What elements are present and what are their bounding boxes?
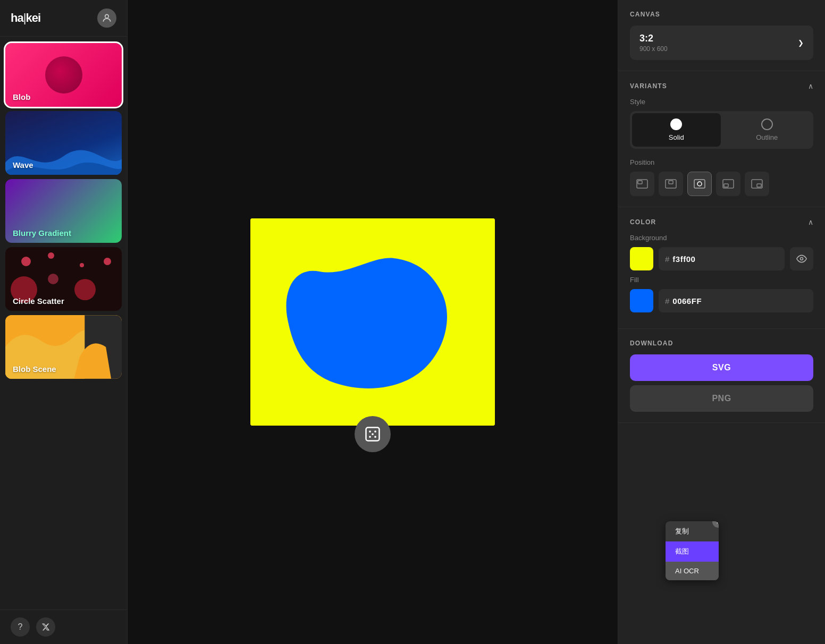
svg-rect-11 [638, 181, 642, 184]
position-bottom-right-icon [751, 179, 763, 189]
chevron-right-icon: ❯ [798, 39, 804, 47]
sidebar-item-circle-scatter[interactable]: Circle Scatter [5, 247, 122, 311]
svg-point-7 [372, 433, 374, 435]
svg-rect-13 [669, 181, 673, 184]
sidebar-item-wave[interactable]: Wave [5, 111, 122, 175]
style-toggle: Solid Outline [630, 111, 813, 149]
main-canvas-area [128, 0, 618, 644]
background-color-row: # [630, 247, 813, 270]
fill-color-row: # [630, 289, 813, 312]
sidebar-footer: ? [0, 609, 127, 644]
position-center-button[interactable] [687, 172, 712, 196]
fill-hex-input[interactable] [672, 296, 807, 306]
canvas-container [250, 218, 495, 426]
svg-rect-17 [724, 184, 728, 187]
sidebar-header: ha|kei [0, 0, 127, 37]
context-menu: ✕ 复制 截图 AI OCR [666, 521, 719, 580]
canvas-ratio-button[interactable]: 3:2 900 x 600 ❯ [630, 26, 813, 60]
position-section: Position [630, 158, 813, 196]
twitter-button[interactable] [36, 617, 55, 637]
ratio-size: 900 x 600 [639, 45, 668, 53]
app-logo: ha|kei [11, 11, 40, 25]
color-section: COLOR ∧ Background # Fill # [618, 207, 825, 329]
svg-point-8 [369, 436, 371, 438]
chevron-up-icon: ∧ [808, 82, 813, 90]
color-section-title: COLOR [630, 218, 656, 226]
sidebar-item-blob-scene[interactable]: Blob Scene [5, 315, 122, 379]
position-top-center-icon [665, 179, 677, 189]
svg-point-20 [801, 258, 803, 260]
position-top-left-button[interactable] [630, 172, 654, 196]
variants-section-title: VARIANTS [630, 82, 667, 90]
style-outline-button[interactable]: Outline [723, 113, 812, 147]
svg-point-15 [697, 182, 702, 186]
avatar-button[interactable] [97, 9, 116, 28]
svg-point-9 [374, 436, 376, 438]
position-center-icon [694, 179, 705, 189]
variants-section-header: VARIANTS ∧ [630, 82, 813, 90]
color-section-header: COLOR ∧ [630, 218, 813, 226]
background-hash-symbol: # [665, 255, 669, 264]
position-grid [630, 172, 813, 196]
style-solid-button[interactable]: Solid [632, 113, 721, 147]
sidebar-item-label: Blob Scene [5, 359, 122, 379]
sidebar-item-label: Wave [5, 155, 122, 175]
position-label: Position [630, 158, 813, 166]
fill-color-swatch[interactable] [630, 289, 653, 312]
right-panel: CANVAS 3:2 900 x 600 ❯ VARIANTS ∧ Style … [618, 0, 825, 644]
canvas-section: CANVAS 3:2 900 x 600 ❯ [618, 0, 825, 71]
svg-point-5 [369, 430, 371, 433]
background-color-label: Background [630, 234, 813, 242]
color-chevron-up-icon: ∧ [808, 218, 813, 226]
sidebar-item-blurry-gradient[interactable]: Blurry Gradient [5, 179, 122, 243]
context-menu-item-copy[interactable]: 复制 [666, 521, 719, 541]
sidebar-item-label: Circle Scatter [5, 291, 122, 311]
fill-hash-symbol: # [665, 296, 669, 306]
svg-rect-14 [694, 180, 705, 188]
svg-rect-19 [757, 184, 761, 187]
randomize-button[interactable] [355, 416, 391, 452]
download-png-button[interactable]: PNG [630, 385, 813, 412]
canvas-preview [250, 218, 495, 426]
svg-point-0 [105, 14, 109, 18]
background-color-input-wrap: # [659, 247, 785, 270]
sidebar-item-label: Blob [5, 87, 122, 107]
help-button[interactable]: ? [11, 617, 30, 637]
fill-color-input-wrap: # [659, 289, 813, 312]
svg-point-6 [374, 430, 376, 433]
sidebar: ha|kei Blob Wave Blurry Gradient [0, 0, 128, 644]
background-color-swatch[interactable] [630, 247, 653, 270]
download-section: DOWNLOAD SVG PNG [618, 329, 825, 423]
sidebar-item-label: Blurry Gradient [5, 223, 122, 243]
position-bottom-right-button[interactable] [745, 172, 769, 196]
download-section-title: DOWNLOAD [630, 340, 674, 347]
download-svg-button[interactable]: SVG [630, 354, 813, 381]
style-outline-label: Outline [756, 133, 778, 141]
style-solid-label: Solid [669, 133, 684, 141]
sidebar-items-list: Blob Wave Blurry Gradient [0, 37, 127, 609]
position-bottom-left-icon [722, 179, 734, 189]
eye-icon [796, 253, 807, 264]
download-section-header: DOWNLOAD [630, 340, 813, 347]
outline-icon [761, 118, 773, 130]
style-label: Style [630, 98, 813, 106]
context-menu-item-screenshot[interactable]: 截图 [666, 541, 719, 562]
ratio-label: 3:2 [639, 33, 668, 44]
position-bottom-left-button[interactable] [716, 172, 740, 196]
solid-icon [670, 118, 682, 130]
fill-color-label: Fill [630, 276, 813, 284]
canvas-section-header: CANVAS [630, 11, 813, 18]
context-menu-item-ai-ocr[interactable]: AI OCR [666, 562, 719, 580]
canvas-section-title: CANVAS [630, 11, 660, 18]
background-hex-input[interactable] [672, 255, 778, 264]
variants-section: VARIANTS ∧ Style Solid Outline Position [618, 71, 825, 207]
sidebar-item-blob[interactable]: Blob [5, 43, 122, 107]
background-eye-button[interactable] [790, 247, 813, 270]
canvas-ratio-info: 3:2 900 x 600 [639, 33, 668, 53]
blob-canvas-svg [250, 218, 495, 426]
position-top-left-icon [636, 179, 648, 189]
position-top-center-button[interactable] [659, 172, 683, 196]
